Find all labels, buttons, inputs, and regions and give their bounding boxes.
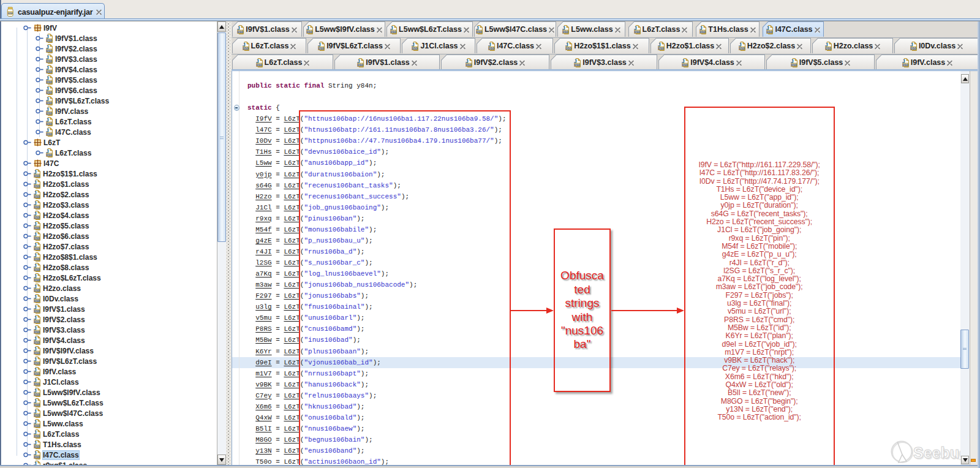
svg-text:010: 010 [488,46,494,50]
svg-text:010: 010 [46,80,52,85]
svg-text:010: 010 [34,372,40,376]
svg-text:010: 010 [825,46,831,50]
svg-text:010: 010 [8,12,13,15]
svg-text:010: 010 [34,216,40,220]
svg-text:010: 010 [46,39,52,43]
svg-text:010: 010 [682,62,688,67]
svg-text:010: 010 [46,153,52,157]
svg-text:010: 010 [34,289,40,293]
svg-text:010: 010 [476,29,482,34]
svg-text:010: 010 [46,101,52,105]
svg-text:010: 010 [34,361,40,366]
svg-text:010: 010 [700,29,706,34]
svg-text:010: 010 [46,70,52,74]
svg-text:010: 010 [466,62,472,67]
svg-text:010: 010 [34,268,40,272]
svg-text:010: 010 [34,445,40,449]
svg-text:010: 010 [34,174,40,178]
svg-text:010: 010 [34,330,40,334]
svg-text:Seebug: Seebug [913,444,960,461]
svg-text:010: 010 [767,29,773,34]
svg-text:010: 010 [34,393,40,397]
svg-text:010: 010 [34,341,40,345]
svg-text:010: 010 [46,122,52,126]
svg-text:010: 010 [307,29,313,34]
svg-text:010: 010 [243,46,249,50]
svg-text:010: 010 [34,382,40,387]
svg-text:010: 010 [34,455,40,459]
svg-text:J: J [34,461,37,465]
svg-text:010: 010 [46,111,52,116]
svg-text:010: 010 [46,91,52,95]
svg-text:010: 010 [238,29,244,34]
svg-text:010: 010 [46,59,52,64]
svg-text:010: 010 [34,320,40,324]
svg-text:010: 010 [34,226,40,230]
svg-text:010: 010 [34,413,40,418]
svg-text:010: 010 [34,278,40,282]
svg-text:010: 010 [46,49,52,53]
svg-text:010: 010 [902,62,908,67]
svg-text:010: 010 [358,62,364,67]
svg-text:010: 010 [412,46,418,50]
svg-text:010: 010 [34,351,40,355]
svg-text:010: 010 [658,46,664,50]
svg-text:010: 010 [563,29,569,34]
svg-text:010: 010 [566,46,572,50]
svg-text:010: 010 [34,247,40,251]
svg-text:010: 010 [634,29,640,34]
svg-text:010: 010 [34,205,40,209]
svg-text:010: 010 [34,184,40,189]
svg-text:010: 010 [34,299,40,303]
svg-text:010: 010 [34,403,40,407]
svg-text:010: 010 [34,434,40,439]
svg-text:010: 010 [34,257,40,262]
svg-text:010: 010 [575,62,581,67]
svg-text:010: 010 [256,62,262,67]
svg-text:010: 010 [34,424,40,428]
svg-text:010: 010 [791,62,797,67]
svg-text:010: 010 [390,29,396,34]
svg-text:010: 010 [910,46,916,50]
svg-text:010: 010 [34,309,40,314]
svg-text:010: 010 [34,236,40,241]
svg-text:010: 010 [318,46,325,50]
svg-text:010: 010 [34,195,40,199]
svg-text:010: 010 [739,46,745,50]
svg-text:010: 010 [46,132,52,137]
